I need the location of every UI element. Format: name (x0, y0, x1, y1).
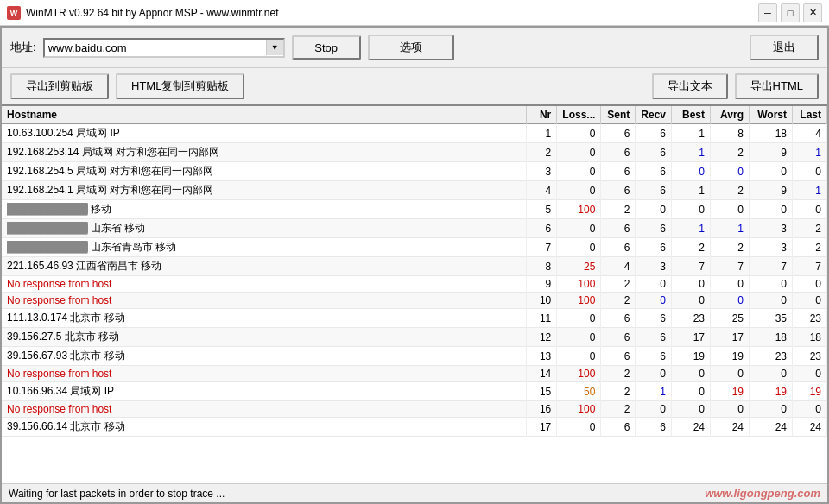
cell-worst: 0 (750, 293, 793, 309)
cell-last: 0 (793, 366, 827, 382)
cell-worst: 19 (750, 382, 793, 401)
export-clipboard-button[interactable]: 导出到剪贴板 (10, 73, 109, 99)
options-button[interactable]: 选项 (368, 35, 454, 60)
cell-last: 0 (793, 293, 827, 309)
cell-loss: 100 (557, 276, 601, 293)
cell-best: 0 (672, 200, 711, 219)
maximize-button[interactable]: □ (781, 3, 800, 22)
cell-avrg: 0 (711, 293, 750, 309)
table-body: 10.63.100.254 局域网 IP106618184192.168.253… (2, 124, 827, 437)
cell-avrg: 1 (711, 219, 750, 238)
cell-last: 24 (793, 418, 827, 437)
table-row: 39.156.27.5 北京市 移动1206617171818 (2, 328, 827, 347)
cell-loss: 0 (557, 162, 601, 181)
cell-loss: 50 (557, 382, 601, 401)
col-worst: Worst (750, 106, 793, 124)
cell-hostname: No response from host (2, 401, 527, 418)
cell-avrg: 8 (711, 124, 750, 143)
cell-loss: 100 (557, 200, 601, 219)
cell-hostname: 10.63.100.254 局域网 IP (2, 124, 527, 143)
cell-recv: 6 (636, 238, 672, 257)
cell-hostname: 111.13.0.174 北京市 移动 (2, 309, 527, 328)
cell-recv: 6 (636, 219, 672, 238)
cell-nr: 9 (527, 276, 557, 293)
cell-sent: 6 (601, 347, 636, 366)
table-row: 39.156.66.14 北京市 移动1706624242424 (2, 418, 827, 437)
cell-best: 0 (672, 382, 711, 401)
cell-sent: 6 (601, 143, 636, 162)
cell-last: 0 (793, 200, 827, 219)
cell-loss: 0 (557, 219, 601, 238)
cell-recv: 1 (636, 382, 672, 401)
cell-worst: 0 (750, 200, 793, 219)
exit-button[interactable]: 退出 (750, 35, 819, 60)
cell-hostname: 39.156.66.14 北京市 移动 (2, 418, 527, 437)
cell-worst: 18 (750, 124, 793, 143)
cell-last: 0 (793, 276, 827, 293)
cell-hostname: ███████████ 山东省青岛市 移动 (2, 238, 527, 257)
cell-nr: 17 (527, 418, 557, 437)
cell-avrg: 19 (711, 382, 750, 401)
export-html-button[interactable]: 导出HTML (735, 73, 819, 99)
cell-hostname: 192.168.254.1 局域网 对方和您在同一内部网 (2, 181, 527, 200)
table-row: ███████████ 山东省 移动60661132 (2, 219, 827, 238)
cell-nr: 12 (527, 328, 557, 347)
cell-last: 0 (793, 162, 827, 181)
cell-best: 1 (672, 181, 711, 200)
cell-sent: 2 (601, 401, 636, 418)
cell-loss: 100 (557, 293, 601, 309)
table-row: 10.166.96.34 局域网 IP1550210191919 (2, 382, 827, 401)
cell-avrg: 2 (711, 143, 750, 162)
cell-nr: 6 (527, 219, 557, 238)
cell-sent: 6 (601, 309, 636, 328)
cell-nr: 16 (527, 401, 557, 418)
cell-last: 1 (793, 181, 827, 200)
cell-worst: 0 (750, 366, 793, 382)
addr-input[interactable] (45, 40, 266, 56)
cell-avrg: 19 (711, 347, 750, 366)
cell-hostname: 39.156.27.5 北京市 移动 (2, 328, 527, 347)
cell-best: 1 (672, 143, 711, 162)
cell-worst: 9 (750, 143, 793, 162)
table-container: Hostname Nr Loss... Sent Recv Best Avrg … (2, 106, 827, 483)
cell-recv: 6 (636, 124, 672, 143)
cell-recv: 6 (636, 328, 672, 347)
toolbar-row2: 导出到剪贴板 HTML复制到剪贴板 导出文本 导出HTML (2, 68, 827, 106)
cell-nr: 10 (527, 293, 557, 309)
html-clipboard-button[interactable]: HTML复制到剪贴板 (116, 73, 244, 99)
cell-best: 24 (672, 418, 711, 437)
cell-last: 4 (793, 124, 827, 143)
minimize-button[interactable]: ─ (758, 3, 777, 22)
cell-hostname: ███████████ 山东省 移动 (2, 219, 527, 238)
cell-recv: 6 (636, 347, 672, 366)
cell-last: 2 (793, 219, 827, 238)
cell-sent: 2 (601, 382, 636, 401)
cell-nr: 3 (527, 162, 557, 181)
cell-recv: 6 (636, 143, 672, 162)
addr-dropdown-btn[interactable]: ▼ (266, 40, 283, 55)
cell-loss: 0 (557, 328, 601, 347)
table-row: No response from host14100200000 (2, 366, 827, 382)
close-button[interactable]: ✕ (803, 3, 822, 22)
cell-hostname: 221.165.46.93 江西省南昌市 移动 (2, 257, 527, 276)
cell-worst: 0 (750, 276, 793, 293)
cell-hostname: 192.168.253.14 局域网 对方和您在同一内部网 (2, 143, 527, 162)
table-row: No response from host10100200000 (2, 293, 827, 309)
cell-avrg: 17 (711, 328, 750, 347)
cell-best: 0 (672, 293, 711, 309)
stop-button[interactable]: Stop (292, 35, 361, 60)
cell-recv: 6 (636, 309, 672, 328)
title-bar-text: WinMTR v0.92 64 bit by Appnor MSP - www.… (26, 7, 758, 19)
cell-avrg: 25 (711, 309, 750, 328)
export-text-button[interactable]: 导出文本 (652, 73, 728, 99)
cell-best: 0 (672, 366, 711, 382)
cell-recv: 0 (636, 401, 672, 418)
addr-input-wrapper: ▼ (43, 38, 285, 58)
cell-last: 7 (793, 257, 827, 276)
cell-loss: 25 (557, 257, 601, 276)
cell-worst: 0 (750, 162, 793, 181)
table-row: 111.13.0.174 北京市 移动1106623253523 (2, 309, 827, 328)
cell-worst: 35 (750, 309, 793, 328)
cell-nr: 2 (527, 143, 557, 162)
cell-hostname: 192.168.254.5 局域网 对方和您在同一内部网 (2, 162, 527, 181)
